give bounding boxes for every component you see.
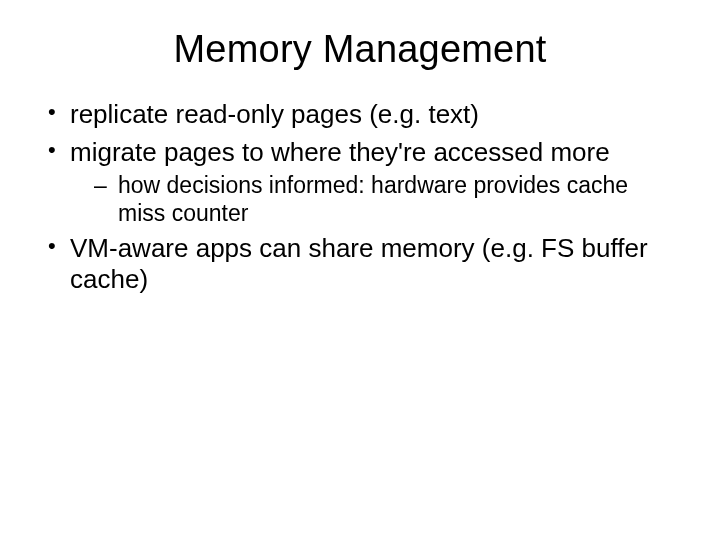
slide-title: Memory Management: [40, 28, 680, 71]
list-item: how decisions informed: hardware provide…: [70, 172, 680, 226]
bullet-text: VM-aware apps can share memory (e.g. FS …: [70, 233, 648, 295]
bullet-text: replicate read-only pages (e.g. text): [70, 99, 479, 129]
bullet-list: replicate read-only pages (e.g. text) mi…: [40, 99, 680, 296]
bullet-text: how decisions informed: hardware provide…: [118, 172, 628, 225]
sub-bullet-list: how decisions informed: hardware provide…: [70, 172, 680, 226]
slide: Memory Management replicate read-only pa…: [0, 0, 720, 540]
list-item: replicate read-only pages (e.g. text): [40, 99, 680, 131]
list-item: migrate pages to where they're accessed …: [40, 137, 680, 227]
bullet-text: migrate pages to where they're accessed …: [70, 137, 610, 167]
list-item: VM-aware apps can share memory (e.g. FS …: [40, 233, 680, 296]
